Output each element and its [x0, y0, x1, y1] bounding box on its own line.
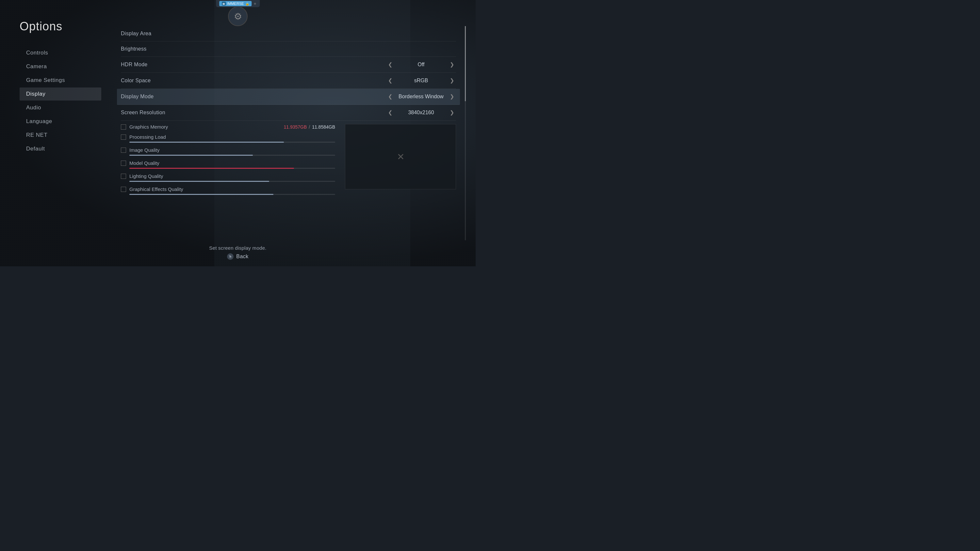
display-mode-arrow-left[interactable]: ❮	[386, 94, 394, 100]
checkbox-row-model-quality: Model Quality	[121, 160, 335, 166]
lock-icon: 🔒	[245, 2, 249, 6]
screen-res-arrow-right[interactable]: ❯	[448, 110, 456, 116]
back-button[interactable]: 🖱 Back	[227, 253, 248, 260]
checkbox-row-processing-load: Processing Load	[121, 134, 335, 140]
settings-panel: Display Area Brightness HDR Mode ❮ Off ❯…	[101, 0, 476, 266]
label-graphics-memory: Graphics Memory	[129, 124, 168, 130]
setting-row-screen-resolution[interactable]: Screen Resolution ❮ 3840x2160 ❯	[121, 105, 456, 121]
avatar: ⚙	[228, 6, 248, 26]
progress-fill-image-quality	[129, 155, 253, 156]
progress-bar-model-quality	[129, 168, 335, 169]
row-value-color-space: sRGB	[398, 78, 444, 84]
checkbox-model-quality[interactable]	[121, 160, 126, 166]
sidebar-item-camera[interactable]: Camera	[20, 60, 101, 73]
color-space-arrow-right[interactable]: ❯	[448, 77, 456, 84]
checkbox-row-graphics-memory: Graphics Memory 11.9357GB / 11.8584GB	[121, 124, 335, 130]
progress-fill-graphical-effects	[129, 194, 274, 195]
browser-tab[interactable]: ▦ IMMERSE 🔒	[219, 1, 251, 6]
label-model-quality: Model Quality	[129, 160, 159, 166]
checkbox-image-quality[interactable]	[121, 148, 126, 153]
sidebar: Options Controls Camera Game Settings Di…	[0, 0, 101, 266]
memory-used: 11.9357GB	[283, 124, 307, 130]
checkbox-section: Graphics Memory 11.9357GB / 11.8584GB Pr…	[121, 124, 456, 195]
checkbox-row-graphical-effects: Graphical Effects Quality	[121, 186, 335, 192]
tab-icon: ▦	[222, 2, 226, 6]
avatar-container: ⚙	[228, 6, 248, 26]
status-text: Set screen display mode.	[209, 245, 267, 251]
screen-res-arrow-left[interactable]: ❮	[386, 110, 394, 116]
row-label-color-space: Color Space	[121, 78, 151, 84]
label-lighting-quality: Lighting Quality	[129, 173, 163, 179]
progress-fill-model-quality	[129, 168, 294, 169]
checkbox-item-image-quality: Image Quality	[121, 147, 335, 156]
bottom-bar: Set screen display mode. 🖱 Back	[0, 245, 476, 260]
browser-bar: ▦ IMMERSE 🔒 +	[216, 0, 260, 7]
label-graphical-effects: Graphical Effects Quality	[129, 186, 183, 192]
scrollbar[interactable]	[465, 26, 466, 240]
hdr-arrow-right[interactable]: ❯	[448, 61, 456, 68]
row-value-screen-resolution: 3840x2160	[398, 110, 444, 116]
progress-bar-image-quality	[129, 155, 335, 156]
label-image-quality: Image Quality	[129, 147, 160, 153]
nav-list: Controls Camera Game Settings Display Au…	[20, 46, 101, 156]
progress-fill-lighting-quality	[129, 181, 269, 182]
main-content: Options Controls Camera Game Settings Di…	[0, 0, 476, 266]
sidebar-item-language[interactable]: Language	[20, 115, 101, 128]
page-title: Options	[20, 20, 101, 33]
row-label-hdr-mode: HDR Mode	[121, 62, 148, 68]
tab-label: IMMERSE	[227, 2, 244, 6]
setting-row-color-space[interactable]: Color Space ❮ sRGB ❯	[121, 73, 456, 89]
new-tab-button[interactable]: +	[254, 1, 256, 6]
checkbox-item-model-quality: Model Quality	[121, 160, 335, 169]
progress-bar-processing-load	[129, 142, 335, 143]
row-value-container-screen-resolution: ❮ 3840x2160 ❯	[386, 110, 456, 116]
sidebar-item-display[interactable]: Display	[20, 87, 101, 100]
row-value-hdr: Off	[398, 62, 444, 68]
checkbox-graphics-memory[interactable]	[121, 124, 126, 130]
avatar-icon: ⚙	[234, 11, 242, 22]
display-mode-arrow-right[interactable]: ❯	[448, 94, 456, 100]
setting-row-brightness[interactable]: Brightness	[121, 41, 456, 57]
row-value-display-mode: Borderless Window	[398, 94, 444, 100]
sidebar-item-default[interactable]: Default	[20, 142, 101, 156]
checkbox-row-image-quality: Image Quality	[121, 147, 335, 153]
row-label-brightness: Brightness	[121, 46, 147, 52]
progress-bar-graphical-effects	[129, 194, 335, 195]
setting-row-hdr-mode[interactable]: HDR Mode ❮ Off ❯	[121, 57, 456, 73]
row-label-display-area: Display Area	[121, 31, 151, 37]
memory-total: 11.8584GB	[312, 124, 335, 130]
settings-list: Display Area Brightness HDR Mode ❮ Off ❯…	[121, 26, 456, 121]
preview-box: ✕	[345, 124, 456, 189]
color-space-arrow-left[interactable]: ❮	[386, 77, 394, 84]
row-label-display-mode: Display Mode	[121, 94, 154, 100]
progress-fill-processing-load	[129, 142, 284, 143]
sidebar-item-controls[interactable]: Controls	[20, 46, 101, 59]
checkbox-lighting-quality[interactable]	[121, 174, 126, 179]
row-value-container-hdr: ❮ Off ❯	[386, 61, 456, 68]
scrollbar-thumb	[465, 26, 466, 101]
checkbox-item-processing-load: Processing Load	[121, 134, 335, 143]
checkbox-row-lighting-quality: Lighting Quality	[121, 173, 335, 179]
setting-row-display-area[interactable]: Display Area	[121, 26, 456, 41]
checkbox-item-lighting-quality: Lighting Quality	[121, 173, 335, 182]
hdr-arrow-left[interactable]: ❮	[386, 61, 394, 68]
checkbox-processing-load[interactable]	[121, 135, 126, 140]
setting-row-display-mode[interactable]: Display Mode ❮ Borderless Window ❯	[117, 89, 460, 105]
checkbox-graphical-effects[interactable]	[121, 187, 126, 192]
progress-bar-lighting-quality	[129, 181, 335, 182]
sidebar-item-re-net[interactable]: RE NET	[20, 129, 101, 142]
row-value-container-display-mode: ❮ Borderless Window ❯	[386, 94, 456, 100]
checkbox-item-graphical-effects: Graphical Effects Quality	[121, 186, 335, 195]
row-label-screen-resolution: Screen Resolution	[121, 110, 165, 116]
back-label: Back	[236, 254, 248, 259]
back-icon: 🖱	[227, 253, 234, 260]
sidebar-item-audio[interactable]: Audio	[20, 101, 101, 114]
checkbox-item-graphics-memory: Graphics Memory 11.9357GB / 11.8584GB	[121, 124, 335, 130]
memory-separator: /	[309, 124, 310, 130]
preview-close-icon: ✕	[397, 151, 404, 162]
checkbox-list: Graphics Memory 11.9357GB / 11.8584GB Pr…	[121, 124, 335, 195]
label-processing-load: Processing Load	[129, 134, 166, 140]
memory-info: 11.9357GB / 11.8584GB	[283, 124, 335, 130]
sidebar-item-game-settings[interactable]: Game Settings	[20, 74, 101, 87]
row-value-container-color-space: ❮ sRGB ❯	[386, 77, 456, 84]
